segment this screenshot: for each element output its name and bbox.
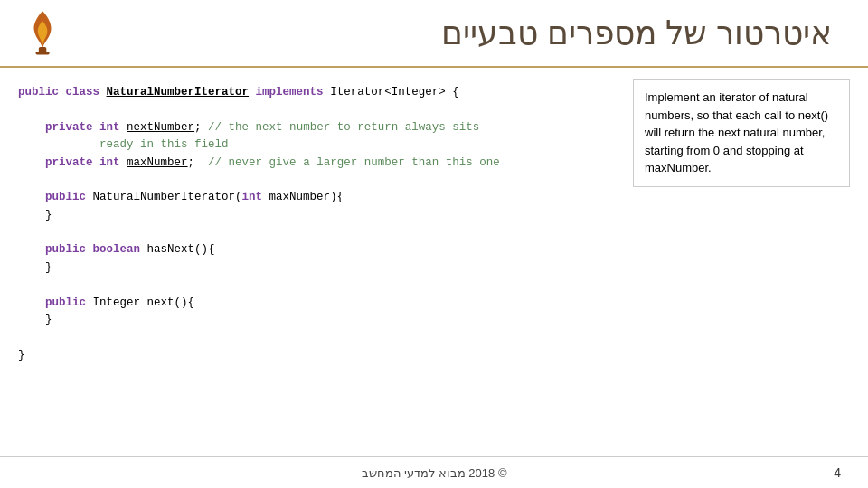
- code-line-6: [18, 172, 615, 189]
- footer-copyright: © 2018 מבוא למדעי המחשב: [362, 466, 507, 480]
- code-line-15: [18, 329, 615, 346]
- footer: © 2018 מבוא למדעי המחשב 4: [0, 456, 868, 488]
- footer-page-number: 4: [834, 465, 841, 480]
- logo-icon: [18, 7, 68, 57]
- code-line-9: [18, 224, 615, 241]
- main-content: public class NaturalNumberIterator imple…: [0, 68, 868, 456]
- code-line-5: private int maxNumber; // never give a l…: [18, 155, 615, 172]
- svg-rect-1: [35, 52, 49, 54]
- description-text: Implement an iterator of natural numbers…: [645, 89, 838, 177]
- code-line-8: }: [18, 207, 615, 224]
- code-line-1: public class NaturalNumberIterator imple…: [18, 84, 615, 101]
- code-line-2: [18, 101, 615, 118]
- code-line-16: }: [18, 347, 615, 364]
- code-line-11: }: [18, 259, 615, 277]
- code-line-12: [18, 277, 615, 294]
- code-block: public class NaturalNumberIterator imple…: [18, 84, 615, 364]
- code-line-3: private int nextNumber; // the next numb…: [18, 119, 615, 136]
- code-line-13: public Integer next(){: [18, 295, 615, 312]
- code-line-10: public boolean hasNext(){: [18, 241, 615, 258]
- code-line-14: }: [18, 312, 615, 329]
- header: איטרטור של מספרים טבעיים: [0, 0, 868, 68]
- code-line-7: public NaturalNumberIterator(int maxNumb…: [18, 189, 615, 206]
- page-title: איטרטור של מספרים טבעיים: [441, 14, 832, 52]
- code-line-4: ready in this field: [18, 136, 615, 154]
- description-panel: Implement an iterator of natural numbers…: [633, 79, 850, 187]
- code-panel: public class NaturalNumberIterator imple…: [18, 77, 615, 447]
